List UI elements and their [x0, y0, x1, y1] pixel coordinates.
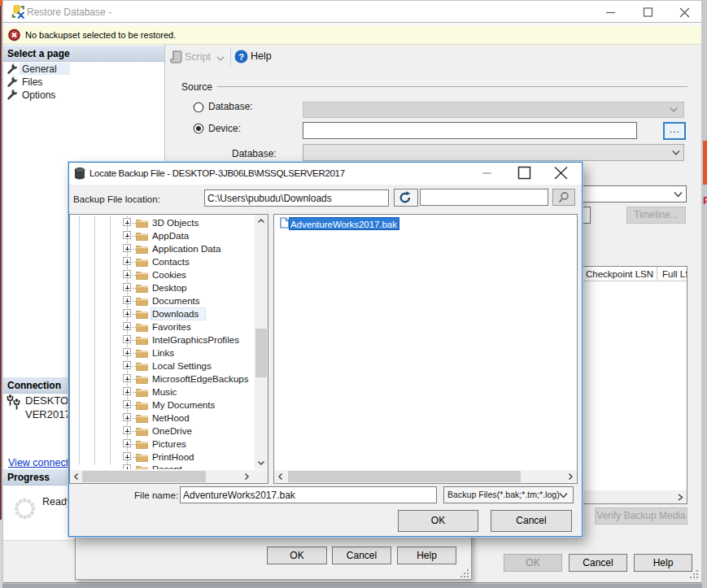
svg-text:?: ?: [238, 52, 244, 62]
